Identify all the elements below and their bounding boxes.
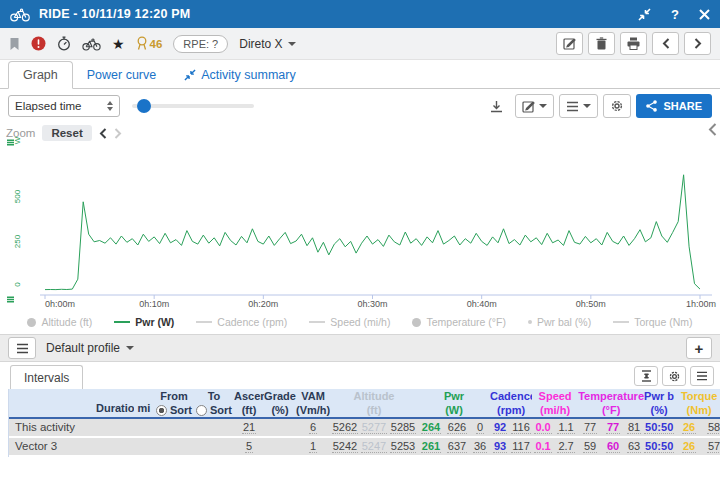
previous-activity-button[interactable] [652,32,679,55]
sort-from-radio[interactable] [156,405,167,416]
profile-menu-button[interactable] [8,337,36,359]
col-subheader-grade: (%) [264,403,296,418]
col-header-grade[interactable]: Grade [264,389,296,403]
interval-row: Vector 35152425247525326163736931170.12.… [9,437,720,456]
cell-altitude-1: 5242 [330,437,360,456]
intervals-menu-button[interactable] [690,366,714,386]
smoothing-slider[interactable] [132,99,254,113]
x-tick-label: 0h:40m [452,299,512,309]
power-chart[interactable] [0,120,720,310]
col-header-torque[interactable]: Torque [674,389,720,403]
col-header-pwr[interactable]: Pwr [418,389,490,403]
col-header-cadence[interactable]: Cadence [490,389,532,403]
alert-icon[interactable] [31,36,46,51]
sort-to-radio[interactable] [196,405,207,416]
legend-item[interactable]: Cadence (rpm) [196,316,287,328]
legend-item[interactable]: Pwr bal (%) [528,316,591,328]
legend-item[interactable]: Altitude (ft) [27,316,92,328]
help-button[interactable]: ? [671,7,679,22]
cell-from [154,418,194,437]
print-button[interactable] [620,32,647,55]
list-icon [566,101,579,112]
cyclist-small-icon[interactable] [82,37,101,51]
legend-label: Speed (mi/h) [330,316,390,328]
window-close-button[interactable] [699,9,710,20]
zoom-forward-button[interactable] [114,128,122,139]
cell-speed-2: 1.1 [554,418,578,437]
collapse-rows-button[interactable] [634,366,658,386]
graph-settings-button[interactable] [603,94,631,118]
chevron-down-icon [583,104,591,108]
legend-item[interactable]: Temperature (°F) [412,316,505,328]
x-axis-select[interactable]: Elapsed time [8,95,120,117]
legend-item[interactable]: Torque (Nm) [613,316,692,328]
download-button[interactable] [483,94,510,118]
zoom-back-button[interactable] [99,128,107,139]
col-subheader-from[interactable]: Sort [154,403,194,418]
col-header-altitude[interactable]: Altitude [330,389,418,403]
cell-pwr-2: 626 [444,418,470,437]
share-button[interactable]: SHARE [636,94,712,118]
legend-label: Cadence (rpm) [217,316,287,328]
col-subheader-altitude: (ft) [330,403,418,418]
legend-label: Pwr bal (%) [537,316,591,328]
col-header-to[interactable]: To [194,389,234,403]
device-dropdown[interactable]: Direto X [239,37,295,51]
medal-badge[interactable]: 46 [136,36,163,51]
interval-name[interactable]: Vector 3 [9,437,96,456]
stopwatch-icon[interactable] [57,36,71,51]
col-header-vam[interactable]: VAM [296,389,330,403]
intervals-settings-button[interactable] [662,366,686,386]
col-header-mi[interactable]: mi [134,389,154,418]
legend-item[interactable]: Speed (mi/h) [309,316,390,328]
col-header-name [9,389,96,418]
star-icon[interactable]: ★ [112,36,125,52]
activity-toolbar: ★ 46 RPE: ? Direto X [0,28,720,60]
profile-dropdown[interactable]: Default profile [46,341,134,355]
cell-torque-2: 57 [704,437,720,456]
col-header-from[interactable]: From [154,389,194,403]
cell-mi [134,418,154,437]
reset-zoom-button[interactable]: Reset [42,125,91,141]
display-options-menu-button[interactable] [559,94,598,118]
col-header-speed[interactable]: Speed [532,389,578,403]
col-header-pwrbal[interactable]: Pwr bal [644,389,674,403]
edit-graph-menu-button[interactable] [515,94,554,118]
cell-altitude-2: 5247 [360,437,388,456]
tab-graph[interactable]: Graph [8,61,73,89]
medal-count: 46 [150,38,163,50]
tab-intervals[interactable]: Intervals [10,365,83,389]
col-header-ascent[interactable]: Ascent [234,389,264,403]
tab-power-curve[interactable]: Power curve [73,62,170,88]
chevron-down-icon [539,104,547,108]
line-marker-icon [613,321,629,323]
cell-altitude-3: 5253 [388,437,418,456]
window-collapse-button[interactable] [638,8,651,21]
collapse-arrows-icon [184,69,196,81]
collapse-side-panel-button[interactable] [708,123,717,139]
interval-name[interactable]: This activity [9,418,96,437]
bookmark-icon[interactable] [9,37,20,51]
cell-speed-1: 0.1 [532,437,554,456]
edit-activity-button[interactable] [556,32,583,55]
slider-knob[interactable] [137,99,151,113]
x-axis-select-value: Elapsed time [15,100,81,112]
delete-button[interactable] [588,32,615,55]
add-profile-button[interactable]: + [686,337,712,359]
rpe-button[interactable]: RPE: ? [173,35,228,53]
col-subheader-ascent: (ft) [234,403,264,418]
col-subheader-pwrbal: (%) [644,403,674,418]
x-tick-label: 0h:20m [233,299,293,309]
col-header-temperature[interactable]: Temperature [578,389,644,403]
share-label: SHARE [663,100,702,112]
cell-pwr-1: 261 [418,437,444,456]
col-subheader-to[interactable]: Sort [194,403,234,418]
select-arrows-icon [107,101,113,111]
legend-item[interactable]: Pwr (W) [114,316,174,328]
next-activity-button[interactable] [684,32,711,55]
col-header-duration[interactable]: Duration [96,389,134,418]
line-marker-icon [309,321,325,323]
cell-grade [264,418,296,437]
cell-pwr-1: 264 [418,418,444,437]
tab-activity-summary[interactable]: Activity summary [170,62,309,88]
